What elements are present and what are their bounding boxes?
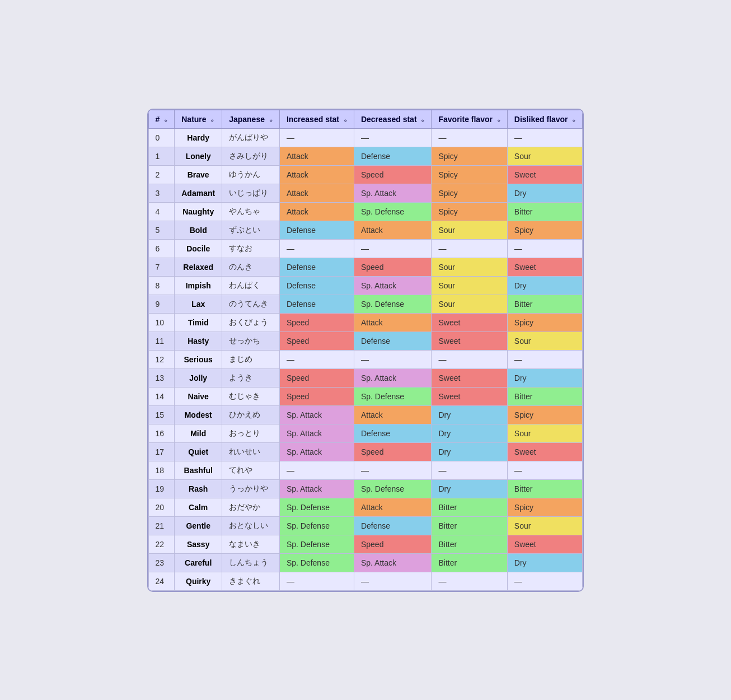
cell-japanese: すなお (222, 239, 280, 258)
cell-id: 24 (148, 572, 175, 590)
cell-japanese: やんちゃ (222, 202, 280, 221)
cell-favorite-flavor: Sweet (432, 313, 507, 332)
cell-japanese: うっかりや (222, 479, 280, 498)
cell-id: 23 (148, 553, 175, 572)
cell-favorite-flavor: Dry (432, 479, 507, 498)
cell-disliked-flavor: Sour (507, 516, 583, 535)
cell-favorite-flavor: — (432, 128, 507, 147)
cell-disliked-flavor: — (507, 239, 583, 258)
cell-favorite-flavor: Dry (432, 405, 507, 424)
cell-decreased-stat: Attack (354, 221, 432, 239)
cell-id: 20 (148, 498, 175, 516)
cell-disliked-flavor: Sour (507, 147, 583, 165)
cell-favorite-flavor: Bitter (432, 535, 507, 553)
table-row: 15ModestひかえめSp. AttackAttackDrySpicy (148, 405, 583, 424)
table-row: 2BraveゆうかんAttackSpeedSpicySweet (148, 165, 583, 184)
cell-decreased-stat: — (354, 572, 432, 590)
cell-japanese: のうてんき (222, 295, 280, 313)
column-header-disliked-flavor[interactable]: Disliked flavor ⬦ (507, 110, 583, 128)
cell-id: 10 (148, 313, 175, 332)
cell-nature: Relaxed (175, 258, 222, 276)
cell-increased-stat: Attack (279, 165, 354, 184)
cell-japanese: むじゃき (222, 387, 280, 405)
cell-decreased-stat: Speed (354, 258, 432, 276)
column-header-favorite-flavor[interactable]: Favorite flavor ⬦ (432, 110, 507, 128)
cell-nature: Gentle (175, 516, 222, 535)
cell-japanese: さみしがり (222, 147, 280, 165)
cell-favorite-flavor: Bitter (432, 498, 507, 516)
cell-japanese: おだやか (222, 498, 280, 516)
sort-icon: ⬦ (497, 117, 500, 123)
table-row: 20CalmおだやかSp. DefenseAttackBitterSpicy (148, 498, 583, 516)
cell-favorite-flavor: Bitter (432, 553, 507, 572)
cell-japanese: のんき (222, 258, 280, 276)
cell-decreased-stat: Defense (354, 332, 432, 350)
cell-nature: Impish (175, 276, 222, 295)
cell-nature: Quirky (175, 572, 222, 590)
table-row: 1LonelyさみしがりAttackDefenseSpicySour (148, 147, 583, 165)
table-row: 24Quirkyきまぐれ———— (148, 572, 583, 590)
cell-increased-stat: Sp. Attack (279, 479, 354, 498)
cell-id: 4 (148, 202, 175, 221)
cell-nature: Naughty (175, 202, 222, 221)
cell-nature: Docile (175, 239, 222, 258)
cell-nature: Careful (175, 553, 222, 572)
cell-disliked-flavor: Dry (507, 276, 583, 295)
cell-id: 13 (148, 368, 175, 387)
cell-decreased-stat: Defense (354, 147, 432, 165)
cell-disliked-flavor: Sweet (507, 258, 583, 276)
column-header-#[interactable]: # ⬦ (148, 110, 175, 128)
cell-decreased-stat: Sp. Defense (354, 295, 432, 313)
cell-disliked-flavor: Spicy (507, 221, 583, 239)
cell-increased-stat: Speed (279, 387, 354, 405)
column-header-increased-stat[interactable]: Increased stat ⬦ (279, 110, 354, 128)
cell-japanese: おくびょう (222, 313, 280, 332)
cell-japanese: ひかえめ (222, 405, 280, 424)
cell-favorite-flavor: Dry (432, 424, 507, 442)
cell-increased-stat: Defense (279, 276, 354, 295)
cell-favorite-flavor: Spicy (432, 147, 507, 165)
table-row: 12Seriousまじめ———— (148, 350, 583, 368)
cell-nature: Bold (175, 221, 222, 239)
cell-disliked-flavor: Sweet (507, 442, 583, 461)
cell-disliked-flavor: — (507, 128, 583, 147)
cell-id: 18 (148, 461, 175, 479)
cell-disliked-flavor: Bitter (507, 202, 583, 221)
cell-nature: Mild (175, 424, 222, 442)
cell-japanese: せっかち (222, 332, 280, 350)
column-header-japanese[interactable]: Japanese ⬦ (222, 110, 280, 128)
cell-decreased-stat: Defense (354, 424, 432, 442)
cell-id: 1 (148, 147, 175, 165)
cell-japanese: わんぱく (222, 276, 280, 295)
cell-disliked-flavor: Bitter (507, 387, 583, 405)
cell-id: 12 (148, 350, 175, 368)
sort-icon: ⬦ (164, 117, 167, 123)
cell-japanese: ようき (222, 368, 280, 387)
cell-increased-stat: Sp. Defense (279, 516, 354, 535)
cell-decreased-stat: — (354, 128, 432, 147)
cell-increased-stat: Attack (279, 202, 354, 221)
cell-decreased-stat: Sp. Attack (354, 368, 432, 387)
cell-disliked-flavor: Dry (507, 368, 583, 387)
cell-japanese: ゆうかん (222, 165, 280, 184)
cell-decreased-stat: Attack (354, 313, 432, 332)
cell-disliked-flavor: Sour (507, 332, 583, 350)
cell-increased-stat: Speed (279, 368, 354, 387)
table-row: 11HastyせっかちSpeedDefenseSweetSour (148, 332, 583, 350)
cell-favorite-flavor: Dry (432, 442, 507, 461)
cell-id: 14 (148, 387, 175, 405)
cell-nature: Serious (175, 350, 222, 368)
table-row: 0Hardyがんばりや———— (148, 128, 583, 147)
table-row: 17QuietれいせいSp. AttackSpeedDrySweet (148, 442, 583, 461)
cell-id: 3 (148, 184, 175, 202)
sort-icon: ⬦ (421, 117, 424, 123)
table-row: 14NaiveむじゃきSpeedSp. DefenseSweetBitter (148, 387, 583, 405)
cell-decreased-stat: Sp. Attack (354, 276, 432, 295)
column-header-decreased-stat[interactable]: Decreased stat ⬦ (354, 110, 432, 128)
cell-decreased-stat: Attack (354, 405, 432, 424)
column-header-nature[interactable]: Nature ⬦ (175, 110, 222, 128)
cell-decreased-stat: Sp. Attack (354, 553, 432, 572)
cell-favorite-flavor: — (432, 350, 507, 368)
cell-nature: Sassy (175, 535, 222, 553)
cell-decreased-stat: Sp. Defense (354, 202, 432, 221)
